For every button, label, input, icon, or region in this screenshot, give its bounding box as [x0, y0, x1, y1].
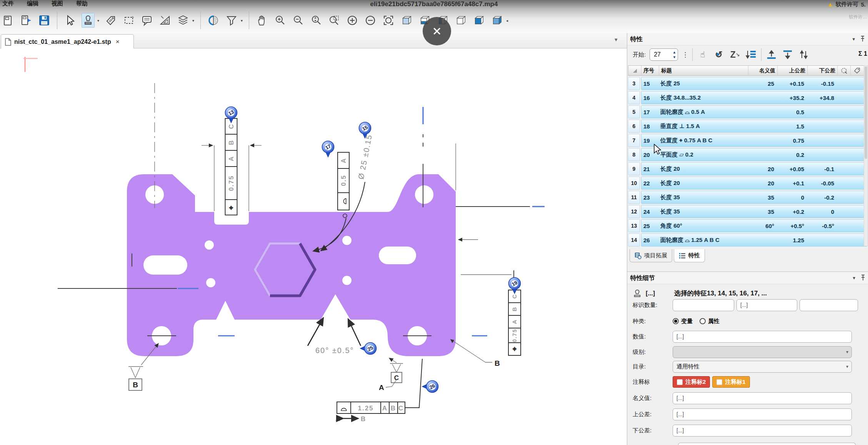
value-input[interactable]: [...]: [673, 331, 852, 343]
radio-attribute[interactable]: [700, 318, 706, 324]
table-row[interactable]: 416长度 34.8...35.2+35.2+34.8: [628, 91, 867, 104]
viewport-3d[interactable]: 60° ±0.5° Ø 25 ±0.15 C B A 0.75 ⌖: [0, 48, 627, 445]
section-view-button[interactable]: [207, 13, 220, 28]
angle-dimension[interactable]: 60° ±0.5°: [308, 318, 361, 355]
more-options-icon[interactable]: ⋮: [682, 51, 688, 59]
align-bottom-icon[interactable]: [781, 49, 794, 60]
table-row[interactable]: 1426面轮廓度 ⌓ 1.25 A B C1.25: [628, 233, 867, 247]
select-cursor-button[interactable]: [63, 13, 77, 28]
row-gutter-number[interactable]: 4: [628, 91, 640, 104]
nominal-input[interactable]: [...]: [673, 392, 852, 404]
upper-tolerance-input[interactable]: [...]: [673, 408, 852, 420]
column-header-lower[interactable]: 下公差: [808, 66, 838, 75]
row-gutter-number[interactable]: 10: [628, 177, 640, 190]
table-row[interactable]: 1224长度 3535+0.20: [628, 205, 867, 218]
pmi-balloon-17[interactable]: 17: [322, 141, 334, 157]
part-body[interactable]: [127, 174, 456, 356]
sort-updown-icon[interactable]: [798, 49, 810, 60]
column-header-nominal[interactable]: 名义值: [748, 66, 778, 75]
stamp-annotation-button[interactable]: [82, 13, 95, 28]
marquee-select-button[interactable]: [122, 13, 135, 28]
pin-icon[interactable]: [861, 275, 865, 281]
save-button[interactable]: [38, 13, 51, 28]
view-cube-face-button[interactable]: [472, 13, 485, 28]
zoom-in-button[interactable]: [273, 13, 287, 28]
table-row[interactable]: 1123长度 35350-0.2: [628, 191, 867, 204]
view-cube-iso-button[interactable]: [454, 13, 467, 28]
new-document-button[interactable]: [2, 13, 15, 28]
fcf-position-right[interactable]: C B A 0.75 ⌖: [508, 290, 521, 355]
view-cube-front-button[interactable]: [400, 13, 413, 28]
tag-checkbox[interactable]: [677, 379, 683, 385]
table-row[interactable]: 921长度 2020+0.05-0.1: [628, 162, 867, 175]
document-tab[interactable]: nist_ctc_01_asme1_ap242-e1.stp ×: [1, 34, 134, 49]
pan-button[interactable]: [255, 13, 268, 28]
license-status[interactable]: ▲ 软件许可 5.: [827, 1, 866, 8]
datum-feature-c[interactable]: C A: [379, 358, 403, 392]
renumber-rotate-icon[interactable]: ↺: [713, 49, 725, 60]
filter-dropdown-arrow[interactable]: ▾: [241, 18, 243, 23]
column-header-capture-icon[interactable]: [838, 66, 851, 75]
table-row[interactable]: 517面轮廓度 ⌓ 0.5 A0.5: [628, 105, 867, 118]
tab-project-expand[interactable]: 项目拓展: [630, 249, 672, 262]
comment-button[interactable]: [140, 13, 153, 28]
fcf-position-left[interactable]: C B A 0.75 ⌖: [225, 118, 237, 215]
table-row[interactable]: 820平面度 ▱ 0.20.2: [628, 148, 867, 161]
decrease-button[interactable]: [364, 13, 377, 28]
row-gutter-number[interactable]: 12: [628, 205, 640, 218]
align-top-icon[interactable]: [765, 49, 778, 60]
pmi-balloon-25[interactable]: 25: [360, 343, 377, 355]
stepper-arrows-icon[interactable]: ▴▾: [673, 50, 676, 60]
zoom-dynamic-button[interactable]: [310, 13, 323, 28]
table-row[interactable]: 1022长度 2020+0.1-0.05: [628, 177, 867, 190]
row-gutter-number[interactable]: 11: [628, 191, 640, 204]
video-close-overlay-button[interactable]: ✕: [423, 17, 451, 45]
tab-properties[interactable]: 特性: [674, 249, 705, 262]
level-dropdown[interactable]: ▾: [673, 346, 852, 358]
panel-collapse-icon[interactable]: ▾: [615, 36, 618, 43]
row-gutter-number[interactable]: 13: [628, 219, 640, 232]
id-count-input-3[interactable]: [800, 299, 858, 311]
datum-label-b-right[interactable]: B: [450, 339, 500, 367]
row-gutter-number[interactable]: 3: [628, 77, 640, 90]
row-gutter-number[interactable]: 6: [628, 120, 640, 133]
id-count-input-2[interactable]: [...]: [736, 299, 797, 311]
panel-collapse-icon[interactable]: ▾: [853, 275, 855, 281]
radio-label-attribute[interactable]: 属性: [708, 318, 720, 325]
column-header-upper[interactable]: 上公差: [778, 66, 808, 75]
row-gutter-number[interactable]: 8: [628, 148, 640, 161]
row-gutter-number[interactable]: 7: [628, 134, 640, 147]
start-index-stepper[interactable]: 27 ▴▾: [650, 48, 678, 61]
id-count-input-1[interactable]: [673, 299, 734, 311]
column-header-tag-icon[interactable]: [851, 66, 863, 75]
layers-button[interactable]: [177, 13, 190, 28]
row-gutter-number[interactable]: 9: [628, 162, 640, 175]
table-row[interactable]: 1325角度 60°60°+0.5°-0.5°: [628, 219, 867, 232]
zoom-out-button[interactable]: [292, 13, 305, 28]
panel-collapse-icon[interactable]: ▾: [852, 36, 855, 42]
expander-column-header[interactable]: [628, 66, 641, 75]
table-header[interactable]: 序号 标题 名义值 上公差 下公差: [628, 65, 867, 76]
tag-checkbox[interactable]: [716, 379, 722, 385]
filter-button[interactable]: [225, 13, 238, 28]
zoom-window-button[interactable]: [328, 13, 341, 28]
table-row[interactable]: 618垂直度 ⊥ 1.5 A1.5: [628, 120, 867, 133]
pmi-balloon-26[interactable]: 26: [422, 381, 438, 393]
radio-label-variable[interactable]: 变量: [681, 318, 693, 325]
fit-view-button[interactable]: [382, 13, 395, 28]
zigzag-order-icon[interactable]: Z↘: [729, 49, 741, 60]
tab-close-icon[interactable]: ×: [116, 38, 120, 46]
table-scrollbar[interactable]: [864, 65, 868, 246]
note-tag-2[interactable]: 注释标1: [712, 376, 750, 388]
list-order-icon[interactable]: [745, 49, 757, 60]
table-row[interactable]: 719位置度 ⌖ 0.75 A B C0.75: [628, 134, 867, 147]
column-header-seq[interactable]: 序号: [641, 66, 659, 75]
layers-dropdown-arrow[interactable]: ▾: [192, 18, 194, 23]
increase-button[interactable]: [346, 13, 359, 28]
lower-tolerance-input[interactable]: [...]: [673, 425, 852, 437]
row-gutter-number[interactable]: 14: [628, 233, 640, 247]
column-header-title[interactable]: 标题: [659, 66, 748, 75]
view-cube-right-button[interactable]: [490, 13, 503, 28]
category-dropdown[interactable]: 通用特性 ▾: [673, 361, 852, 373]
stamp-dropdown-arrow[interactable]: ▾: [97, 18, 99, 23]
